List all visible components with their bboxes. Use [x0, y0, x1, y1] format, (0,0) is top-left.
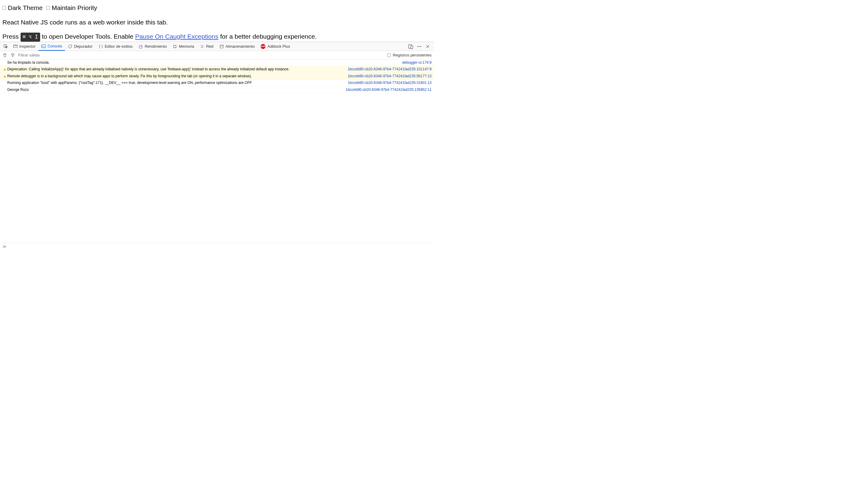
tab-consola[interactable]: Consola	[38, 42, 65, 51]
log-icon-empty	[2, 60, 7, 65]
adblock-icon: ABP	[261, 44, 266, 49]
tab-label: Red	[206, 44, 214, 49]
tab-red[interactable]: Red	[197, 42, 216, 51]
log-message: George Rozo	[7, 87, 346, 92]
dark-theme-checkbox[interactable]: Dark Theme	[2, 3, 43, 13]
clear-console-button[interactable]	[2, 53, 7, 58]
memory-icon	[173, 44, 177, 49]
console-prompt-icon: ≫	[2, 244, 7, 249]
filter-output-input[interactable]	[18, 53, 69, 57]
checkbox-icon	[387, 54, 391, 57]
dark-theme-label: Dark Theme	[8, 3, 43, 13]
log-source-link[interactable]: 1bcceb90-cb20-6346-97b4-774241fad235:561…	[348, 74, 431, 79]
maintain-priority-checkbox[interactable]: Maintain Priority	[46, 3, 97, 13]
checkbox-icon	[2, 6, 6, 10]
tab-memoria[interactable]: Memoria	[170, 42, 197, 51]
svg-point-5	[220, 45, 223, 46]
tab-rendimiento[interactable]: Rendimiento	[136, 42, 170, 51]
log-icon-empty	[2, 87, 7, 92]
network-icon	[200, 44, 204, 49]
log-row: Running application "tood" with appParam…	[0, 80, 434, 86]
checkbox-icon	[46, 6, 50, 10]
funnel-icon	[11, 53, 15, 57]
text-fragment: for a better debugging experience.	[218, 33, 317, 40]
log-message: Remote debugger is in a background tab w…	[7, 74, 348, 79]
svg-rect-7	[411, 46, 413, 49]
press-shortcut-line: Press ⌘ ⌥ I to open Developer Tools. Ena…	[2, 32, 431, 42]
persistent-logs-checkbox[interactable]: Registros persistentes	[387, 53, 431, 57]
element-picker-button[interactable]	[1, 42, 10, 51]
close-icon	[426, 44, 430, 49]
web-worker-text: React Native JS code runs as a web worke…	[2, 18, 431, 27]
log-row: Se ha limpiado la consola. debugger-ui:1…	[0, 59, 434, 66]
tab-depurador[interactable]: Depurador	[65, 42, 95, 51]
kbd-shortcut: ⌘ ⌥ I	[21, 33, 40, 42]
devtools-tabbar: Inspector Consola Depurador Editor de es…	[0, 42, 434, 51]
tabbar-right-controls	[408, 44, 433, 49]
styles-icon	[99, 44, 103, 49]
tab-label: Adblock Plus	[267, 44, 290, 49]
console-icon	[41, 44, 46, 48]
log-icon-empty	[2, 80, 7, 86]
storage-icon	[219, 44, 224, 49]
log-message: Se ha limpiado la consola.	[7, 60, 402, 65]
warn-icon: ▲	[2, 74, 7, 79]
console-input[interactable]: ≫	[0, 243, 434, 250]
text-fragment: Press	[2, 33, 21, 40]
maintain-priority-label: Maintain Priority	[52, 3, 97, 13]
tab-label: Memoria	[179, 44, 194, 49]
pause-exceptions-link[interactable]: Pause On Caught Exceptions	[135, 33, 219, 40]
meatballs-icon	[417, 44, 421, 49]
tab-label: Consola	[47, 44, 62, 48]
log-row: ▲ Deprecation: Calling 'initializeApp()'…	[0, 66, 434, 73]
svg-rect-2	[42, 44, 45, 48]
tab-label: Almacenamiento	[226, 44, 255, 49]
devtools-menu-button[interactable]	[417, 44, 422, 49]
debugger-icon	[68, 44, 72, 49]
log-source-link[interactable]: debugger-ui:174:9	[402, 60, 431, 65]
toolbar-right: Registros persistentes	[387, 53, 431, 57]
text-fragment: to open Developer Tools. Enable	[40, 33, 135, 40]
tab-label: Inspector	[19, 44, 35, 49]
responsive-icon	[408, 44, 413, 49]
performance-icon	[139, 44, 143, 49]
trash-icon	[3, 53, 7, 57]
tab-almacenamiento[interactable]: Almacenamiento	[216, 42, 258, 51]
tab-label: Editor de estilos	[105, 44, 133, 49]
log-row: ▲ Remote debugger is in a background tab…	[0, 73, 434, 80]
tab-editor-estilos[interactable]: Editor de estilos	[96, 42, 136, 51]
tab-inspector[interactable]: Inspector	[10, 42, 38, 51]
log-message: Deprecation: Calling 'initializeApp()' f…	[7, 67, 348, 72]
svg-rect-4	[174, 45, 176, 47]
log-source-link[interactable]: 1bcceb90-cb20-6346-97b4-774241fad235:135…	[346, 87, 431, 92]
svg-point-8	[417, 46, 418, 47]
tab-label: Depurador	[74, 44, 92, 49]
devtools-panel: Inspector Consola Depurador Editor de es…	[0, 42, 434, 250]
svg-rect-1	[14, 45, 17, 47]
svg-point-10	[420, 46, 421, 47]
inspector-icon	[13, 44, 18, 49]
log-message: Running application "tood" with appParam…	[7, 80, 348, 86]
log-source-link[interactable]: 1bcceb90-cb20-6346-97b4-774241fad235:101…	[348, 67, 431, 72]
console-output[interactable]: Se ha limpiado la consola. debugger-ui:1…	[0, 59, 434, 243]
console-toolbar: Registros persistentes	[0, 51, 434, 59]
tab-label: Rendimiento	[145, 44, 167, 49]
page-body: Dark Theme Maintain Priority React Nativ…	[0, 0, 434, 42]
close-devtools-button[interactable]	[425, 44, 430, 49]
log-source-link[interactable]: 1bcceb90-cb20-6346-97b4-774241fad235:316…	[348, 80, 431, 86]
picker-icon	[4, 44, 8, 49]
log-row: George Rozo 1bcceb90-cb20-6346-97b4-7742…	[0, 87, 434, 93]
filter-funnel-button[interactable]	[10, 53, 15, 58]
responsive-mode-button[interactable]	[408, 44, 414, 49]
svg-point-9	[419, 46, 420, 47]
tab-adblock-plus[interactable]: ABP Adblock Plus	[258, 42, 293, 51]
warn-icon: ▲	[2, 67, 7, 72]
checkbox-row: Dark Theme Maintain Priority	[2, 3, 431, 13]
persistent-logs-label: Registros persistentes	[393, 53, 431, 57]
